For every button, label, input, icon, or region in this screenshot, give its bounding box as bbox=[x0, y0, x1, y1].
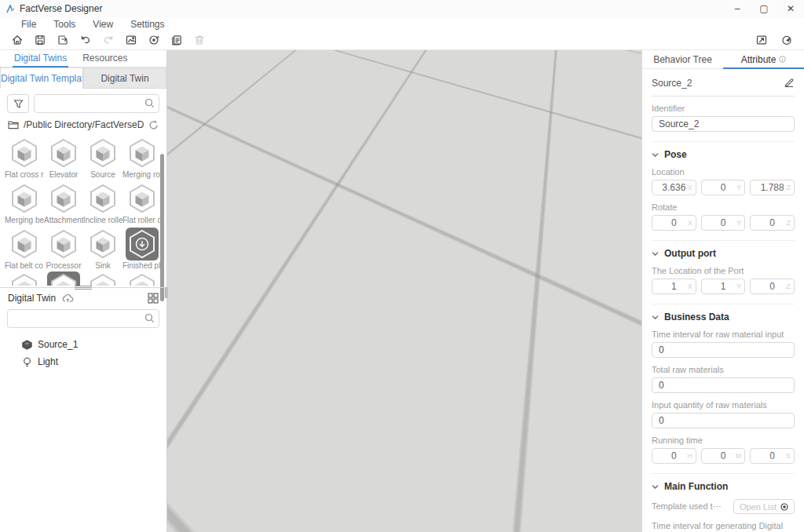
section-output-port-header[interactable]: Output port bbox=[652, 248, 795, 259]
tree-item-source_1[interactable]: Source_1 bbox=[0, 336, 166, 353]
template-item[interactable]: Processor bbox=[44, 228, 83, 270]
viewport-3d[interactable]: Source_1 Source_2 bbox=[167, 50, 641, 532]
rotate-y-input[interactable] bbox=[711, 217, 736, 228]
section-pose-header[interactable]: Pose bbox=[652, 149, 795, 160]
save-icon[interactable] bbox=[34, 34, 46, 46]
home-icon[interactable] bbox=[11, 34, 24, 46]
location-z-input[interactable] bbox=[759, 182, 785, 193]
maximize-button[interactable]: ▢ bbox=[751, 0, 777, 17]
tab-digital-twins[interactable]: Digital Twins bbox=[6, 50, 75, 67]
port-marker[interactable] bbox=[423, 253, 429, 258]
tree-search-input[interactable] bbox=[7, 309, 159, 328]
template-grid-scrollbar[interactable] bbox=[160, 154, 164, 301]
left-panel: Digital Twins Resources Digital Twin Tem… bbox=[0, 50, 167, 532]
edit-pencil-icon[interactable] bbox=[784, 78, 795, 89]
run-icon[interactable] bbox=[780, 34, 793, 46]
components-grid-icon[interactable] bbox=[148, 293, 159, 304]
location-y-input[interactable] bbox=[711, 182, 736, 193]
directory-path[interactable]: /Public Directory/FactVerseDLC bbox=[24, 119, 144, 130]
port-x-input[interactable] bbox=[661, 281, 687, 292]
template-item-label: Attachment bbox=[44, 216, 83, 224]
subtab-digital-twin[interactable]: Digital Twin bbox=[83, 67, 166, 89]
template-item[interactable]: Merging rol⋯ bbox=[122, 137, 162, 179]
template-item[interactable]: Attachment bbox=[44, 182, 83, 224]
menu-item-settings[interactable]: Settings bbox=[122, 19, 173, 30]
bd-field-input[interactable] bbox=[652, 342, 795, 358]
refresh-icon[interactable] bbox=[148, 120, 159, 130]
gizmo-rotate-down-button[interactable]: ⌄ bbox=[590, 53, 601, 64]
running-time-h-field[interactable]: H bbox=[652, 448, 696, 464]
tab-resources[interactable]: Resources bbox=[75, 50, 135, 67]
gizmo-rotate-right-button[interactable]: ‹ bbox=[615, 77, 626, 88]
section-business-data-header[interactable]: Business Data bbox=[652, 312, 795, 322]
machine-source-2[interactable] bbox=[477, 269, 533, 357]
port-x-field[interactable]: X bbox=[652, 279, 696, 294]
section-title: Output port bbox=[664, 248, 716, 259]
duplicate-icon[interactable] bbox=[170, 34, 183, 46]
template-item[interactable]: Flat cross r⋯ bbox=[5, 137, 44, 179]
port-y-field[interactable]: Y bbox=[701, 279, 746, 294]
location-x-field[interactable]: X bbox=[652, 180, 696, 195]
running-time-s-field[interactable]: S bbox=[750, 448, 795, 464]
cloud-upload-icon[interactable] bbox=[62, 293, 74, 303]
rotate-y-field[interactable]: Y bbox=[701, 215, 746, 231]
port-z-field[interactable]: Z bbox=[750, 279, 795, 294]
tree-item-light[interactable]: Light bbox=[0, 353, 166, 370]
rotate-x-input[interactable] bbox=[661, 217, 687, 228]
undo-icon[interactable] bbox=[79, 34, 92, 46]
section-main-function-header[interactable]: Main Function bbox=[652, 481, 795, 492]
identifier-input[interactable] bbox=[652, 116, 795, 132]
running-time-m-input[interactable] bbox=[711, 450, 736, 461]
rotate-x-field[interactable]: X bbox=[652, 215, 696, 231]
menu-item-tools[interactable]: Tools bbox=[45, 19, 84, 30]
template-item[interactable]: Flat roller c⋯ bbox=[122, 182, 162, 224]
tab-behavior-tree[interactable]: Behavior Tree bbox=[642, 50, 723, 68]
location-z-field[interactable]: Z bbox=[750, 180, 795, 195]
running-time-m-field[interactable]: M bbox=[701, 448, 746, 464]
template-item[interactable]: Merging bel⋯ bbox=[5, 182, 44, 224]
orbit-icon[interactable] bbox=[148, 34, 160, 46]
template-icon-partial[interactable] bbox=[86, 271, 119, 286]
section-business-data: Business Data Time interval for raw mate… bbox=[652, 304, 795, 464]
running-time-s-input[interactable] bbox=[759, 450, 785, 461]
template-item[interactable]: Source bbox=[83, 137, 122, 179]
template-search-input[interactable] bbox=[34, 94, 159, 113]
location-y-field[interactable]: Y bbox=[701, 180, 746, 195]
template-item[interactable]: Elevator bbox=[44, 137, 83, 179]
menu-item-file[interactable]: File bbox=[13, 19, 45, 30]
template-item[interactable]: Finished pl⋯ bbox=[122, 228, 162, 270]
machine-source-1[interactable] bbox=[375, 212, 432, 292]
port-marker[interactable] bbox=[532, 309, 537, 315]
template-item[interactable]: Flat belt co⋯ bbox=[5, 228, 44, 270]
panel-splitter[interactable] bbox=[0, 287, 166, 288]
port-y-input[interactable] bbox=[711, 281, 736, 292]
snapshot-icon[interactable] bbox=[755, 34, 768, 46]
running-time-h-input[interactable] bbox=[661, 450, 687, 461]
subtab-digital-twin-template[interactable]: Digital Twin Template bbox=[0, 67, 83, 89]
gizmo-rotate-left-button[interactable]: › bbox=[563, 77, 574, 88]
rotate-z-field[interactable]: Z bbox=[750, 215, 795, 231]
location-x-input[interactable] bbox=[661, 182, 687, 193]
tab-label: Attribute bbox=[741, 54, 777, 65]
template-icon-partial[interactable] bbox=[47, 271, 80, 286]
template-icon-partial[interactable] bbox=[8, 271, 41, 286]
open-list-button[interactable]: Open List bbox=[733, 499, 795, 514]
port-z-input[interactable] bbox=[759, 281, 785, 292]
template-item[interactable]: Sink bbox=[83, 228, 122, 270]
gizmo-view-cube[interactable] bbox=[582, 66, 610, 100]
template-item[interactable]: Incline rolle⋯ bbox=[83, 182, 122, 224]
menu-item-view[interactable]: View bbox=[84, 19, 122, 30]
template-cube-icon bbox=[126, 183, 158, 214]
bd-field-input[interactable] bbox=[652, 377, 795, 393]
filter-button[interactable] bbox=[7, 94, 29, 113]
tab-attribute[interactable]: Attribute bbox=[723, 50, 804, 68]
template-icon-partial[interactable] bbox=[126, 271, 159, 286]
rotate-z-input[interactable] bbox=[759, 217, 785, 228]
template-icon bbox=[126, 182, 159, 215]
minimize-button[interactable]: – bbox=[724, 0, 751, 17]
bd-field-input[interactable] bbox=[652, 413, 795, 428]
save-as-icon[interactable] bbox=[57, 34, 69, 46]
panel-resize-handle[interactable] bbox=[165, 287, 167, 298]
scene-icon[interactable] bbox=[125, 34, 137, 46]
close-button[interactable]: ✕ bbox=[777, 0, 804, 17]
